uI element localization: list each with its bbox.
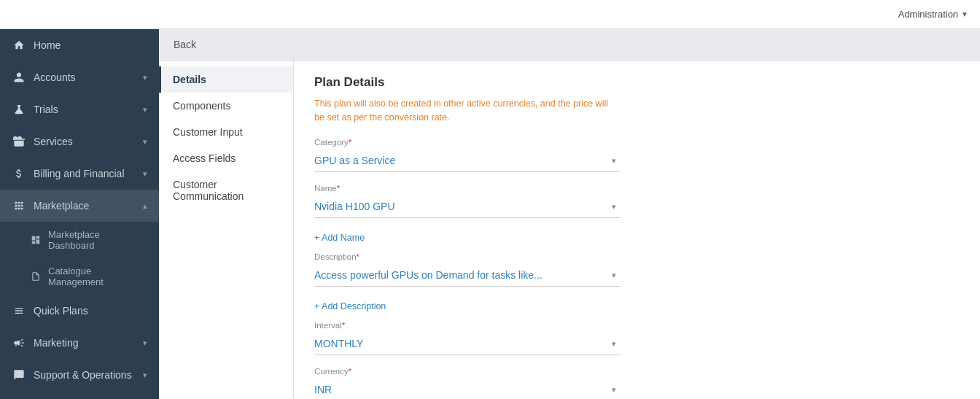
category-group: Category* GPU as a Service ▾ xyxy=(314,138,621,172)
category-select-wrapper: GPU as a Service ▾ xyxy=(314,150,621,172)
sidebar-sub-catalogue[interactable]: Catalogue Management xyxy=(0,258,159,295)
support-chevron: ▾ xyxy=(143,371,147,380)
marketplace-icon xyxy=(12,198,26,213)
sidebar-item-home-label: Home xyxy=(34,39,147,51)
topbar: Administration ▼ xyxy=(0,0,980,29)
sidebar-item-marketplace[interactable]: Marketplace ▴ xyxy=(0,190,159,222)
sidebar: Home Accounts ▾ Trials ▾ Services ▾ xyxy=(0,29,159,399)
sidebar-sub-marketplace-dashboard[interactable]: Marketplace Dashboard xyxy=(0,222,159,258)
admin-chevron: ▼ xyxy=(961,10,968,18)
main-panel: Back Details Components Customer Input A… xyxy=(159,29,980,399)
billing-icon xyxy=(12,166,26,181)
add-description-link[interactable]: + Add Description xyxy=(314,301,386,311)
sidebar-item-accounts[interactable]: Accounts ▾ xyxy=(0,61,159,93)
admin-menu[interactable]: Administration ▼ xyxy=(898,9,968,20)
sidebar-item-services-label: Services xyxy=(34,136,143,147)
back-link[interactable]: Back xyxy=(174,39,196,50)
form-note: This plan will also be created in other … xyxy=(314,97,621,125)
trials-chevron: ▾ xyxy=(143,105,147,115)
sidebar-item-trials[interactable]: Trials ▾ xyxy=(0,93,159,125)
name-select-wrapper: Nvidia H100 GPU ▾ xyxy=(314,195,621,218)
sidebar-item-marketing-label: Marketing xyxy=(34,337,143,349)
sidebar-item-services[interactable]: Services ▾ xyxy=(0,125,159,158)
support-icon xyxy=(12,368,26,382)
left-nav-components[interactable]: Components xyxy=(159,93,293,119)
sidebar-item-quick-plans-label: Quick Plans xyxy=(34,305,147,317)
catalogue-icon xyxy=(29,270,42,283)
category-select[interactable]: GPU as a Service xyxy=(314,150,621,171)
quick-plans-icon xyxy=(12,303,26,318)
marketing-chevron: ▾ xyxy=(143,338,147,348)
currency-label: Currency* xyxy=(314,367,621,376)
left-nav-customer-communication[interactable]: Customer Communication xyxy=(159,171,293,209)
services-icon xyxy=(12,134,26,149)
currency-select-wrapper: INR ▾ xyxy=(314,379,621,400)
left-nav-customer-input[interactable]: Customer Input xyxy=(159,119,293,145)
home-icon xyxy=(12,38,26,53)
currency-group: Currency* INR ▾ xyxy=(314,367,621,400)
interval-select[interactable]: MONTHLY xyxy=(314,333,621,355)
sidebar-item-billing[interactable]: Billing and Financial ▾ xyxy=(0,158,159,190)
sidebar-item-support[interactable]: Support & Operations ▾ xyxy=(0,359,159,391)
currency-select[interactable]: INR xyxy=(314,379,621,400)
marketplace-chevron: ▴ xyxy=(143,201,147,211)
sidebar-item-billing-label: Billing and Financial xyxy=(34,168,143,179)
dashboard-icon xyxy=(29,233,42,247)
category-label: Category* xyxy=(314,138,621,147)
account-icon xyxy=(12,70,26,85)
trials-icon xyxy=(12,102,26,117)
left-nav-access-fields[interactable]: Access Fields xyxy=(159,145,293,171)
sidebar-item-accounts-label: Accounts xyxy=(34,71,143,83)
add-name-link[interactable]: + Add Name xyxy=(314,233,365,243)
sidebar-item-home[interactable]: Home xyxy=(0,29,159,61)
sidebar-item-marketing[interactable]: Marketing ▾ xyxy=(0,327,159,359)
form-panel: Plan Details This plan will also be crea… xyxy=(294,61,980,399)
name-label: Name* xyxy=(314,184,621,193)
layout: Home Accounts ▾ Trials ▾ Services ▾ xyxy=(0,29,980,399)
interval-group: Interval* MONTHLY ▾ xyxy=(314,321,621,355)
description-select-wrapper: Access powerful GPUs on Demand for tasks… xyxy=(314,264,621,287)
sidebar-sub-marketplace-dashboard-label: Marketplace Dashboard xyxy=(48,229,147,251)
name-select[interactable]: Nvidia H100 GPU xyxy=(314,195,621,217)
sidebar-item-marketplace-label: Marketplace xyxy=(34,200,143,212)
left-nav: Details Components Customer Input Access… xyxy=(159,61,294,399)
sidebar-item-quick-plans[interactable]: Quick Plans xyxy=(0,295,159,327)
billing-chevron: ▾ xyxy=(143,169,147,179)
accounts-chevron: ▾ xyxy=(143,73,147,82)
content-area: Details Components Customer Input Access… xyxy=(159,61,980,399)
sidebar-item-trials-label: Trials xyxy=(34,104,143,115)
description-label: Description* xyxy=(314,252,621,261)
description-group: Description* Access powerful GPUs on Dem… xyxy=(314,252,621,287)
admin-label: Administration xyxy=(898,9,958,20)
back-bar: Back xyxy=(159,29,980,61)
interval-select-wrapper: MONTHLY ▾ xyxy=(314,333,621,355)
interval-label: Interval* xyxy=(314,321,621,330)
sidebar-item-support-label: Support & Operations xyxy=(34,369,143,381)
sidebar-sub-catalogue-label: Catalogue Management xyxy=(48,266,147,287)
marketing-icon xyxy=(12,336,26,350)
left-nav-details[interactable]: Details xyxy=(159,66,293,93)
form-title: Plan Details xyxy=(314,75,960,90)
services-chevron: ▾ xyxy=(143,137,147,147)
name-group: Name* Nvidia H100 GPU ▾ xyxy=(314,184,621,218)
description-select[interactable]: Access powerful GPUs on Demand for tasks… xyxy=(314,264,621,286)
